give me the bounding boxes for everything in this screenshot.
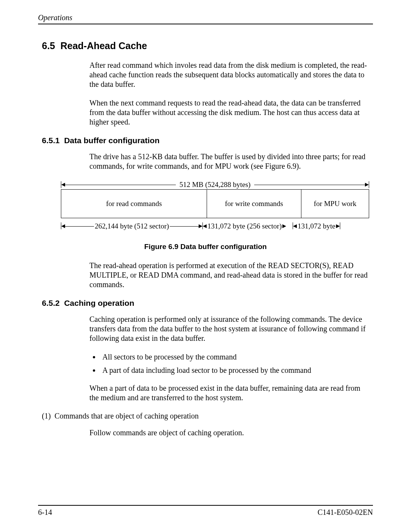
section-number: 6.5: [42, 40, 55, 51]
page-footer: 6-14 C141-E050-02EN: [38, 505, 373, 517]
total-size-label: 512 MB (524,288 bytes): [176, 181, 255, 189]
dim-seg-1: 262,144 byte (512 sector): [61, 222, 202, 230]
dimension-line: [170, 226, 199, 227]
item-number: (1): [42, 412, 51, 420]
dimension-line: [65, 185, 176, 185]
section-title: Read-Ahead Cache: [61, 40, 147, 51]
box-mpu: for MPU work: [301, 190, 369, 218]
box-read: for read commands: [61, 190, 207, 218]
paragraph: Follow commands are object of caching op…: [89, 428, 369, 438]
box-write: for write commands: [207, 190, 301, 218]
dim-label-1: 262,144 byte (512 sector): [94, 222, 170, 230]
subsection-body: Caching operation is performed only at i…: [89, 315, 369, 403]
running-head: Operations: [38, 13, 373, 22]
subsection-body: The drive has a 512-KB data buffer. The …: [89, 152, 369, 171]
section-heading: 6.5 Read-Ahead Cache: [42, 40, 373, 51]
arrow-right-icon: [199, 224, 202, 228]
arrow-right-icon: [365, 183, 369, 187]
segment-dimensions: 262,144 byte (512 sector) 131,072 byte (…: [61, 220, 369, 232]
paragraph: When a part of data to be processed exis…: [89, 383, 369, 403]
arrow-left-icon: [293, 224, 297, 228]
dim-label-2: 131,072 byte (256 sector): [207, 222, 282, 230]
arrow-left-icon: [61, 183, 65, 187]
page-number: 6-14: [38, 508, 52, 517]
item-text: Commands that are object of caching oper…: [54, 412, 199, 420]
list-item: A part of data including load sector to …: [100, 366, 369, 375]
tick-mark: [340, 222, 340, 229]
dimension-line: [65, 226, 94, 227]
bullet-list: All sectors to be processed by the comma…: [89, 352, 369, 375]
subsection-body: The read-ahead operation is performed at…: [89, 261, 369, 289]
arrow-left-icon: [203, 224, 207, 228]
paragraph: The drive has a 512-KB data buffer. The …: [89, 152, 369, 171]
subsection-number: 6.5.1: [42, 136, 60, 145]
figure-caption: Figure 6.9 Data buffer configuration: [38, 243, 373, 251]
doc-id: C141-E050-02EN: [317, 508, 373, 517]
subsection-title: Data buffer configuration: [64, 136, 159, 145]
subsection-title: Caching operation: [64, 299, 134, 307]
buffer-boxes: for read commands for write commands for…: [61, 189, 369, 218]
section-body: After read command which involes read da…: [89, 61, 369, 127]
dim-label-3: 131,072 byte: [297, 222, 336, 230]
subsection-heading: 6.5.2 Caching operation: [42, 299, 373, 308]
list-item: All sectors to be processed by the comma…: [100, 352, 369, 362]
tick-mark: [369, 181, 369, 188]
subsection-heading: 6.5.1 Data buffer configuration: [42, 136, 373, 145]
subsection-body: Follow commands are object of caching op…: [89, 428, 369, 438]
arrow-right-icon: [336, 224, 340, 228]
paragraph: The read-ahead operation is performed at…: [89, 261, 369, 289]
page: Operations 6.5 Read-Ahead Cache After re…: [0, 0, 411, 532]
paragraph: Caching operation is performed only at i…: [89, 315, 369, 343]
footer-rule: [38, 505, 373, 506]
buffer-diagram: 512 MB (524,288 bytes) for read commands…: [61, 180, 369, 232]
arrow-left-icon: [61, 224, 65, 228]
dim-seg-3: 131,072 byte: [293, 222, 369, 230]
paragraph: After read command which involes read da…: [89, 61, 369, 89]
dim-seg-2: 131,072 byte (256 sector): [202, 222, 293, 230]
paragraph: When the next command requests to read t…: [89, 98, 369, 127]
header-rule: [38, 24, 373, 24]
subsection-number: 6.5.2: [42, 299, 60, 307]
total-dimension: 512 MB (524,288 bytes): [61, 180, 369, 189]
dimension-line: [254, 185, 365, 185]
arrow-right-icon: [282, 224, 286, 228]
numbered-item: (1) Commands that are object of caching …: [42, 412, 373, 420]
